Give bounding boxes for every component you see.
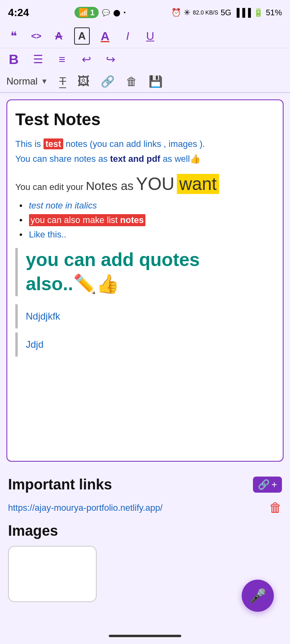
quote-block: you can add quotes also..✏️👍 <box>15 248 275 296</box>
links-section-header: Important links 🔗 + <box>0 468 290 497</box>
note-intro-line1: This is test notes (you can add links , … <box>15 137 275 151</box>
note-title[interactable]: Test Notes <box>15 110 275 129</box>
mixed-size-line: You can edit your Notes as YOU want <box>15 174 275 194</box>
mixed-large: YOU <box>136 174 174 194</box>
network-icon: 5G <box>221 8 232 17</box>
underline-button[interactable]: U <box>143 30 157 43</box>
alarm-icon: ⏰ <box>171 8 181 17</box>
add-link-plus: + <box>271 479 277 490</box>
status-bar: 4:24 📶 1 💬 ⬤ • ⏰ ✳ 82.0 KB/S 5G ▐▐▐ 🔋 51… <box>0 0 290 24</box>
dot2-icon: • <box>124 9 126 16</box>
link-url-1[interactable]: https://ajay-mourya-portfolio.netlify.ap… <box>8 503 163 513</box>
bluetooth-icon: ✳ <box>184 8 191 17</box>
bullet-list: test note in italics you can also make l… <box>15 200 275 240</box>
links-section-actions: 🔗 + <box>253 477 282 493</box>
bullet-text-3: Like this.. <box>29 229 66 240</box>
status-center: 📶 1 💬 ⬤ • <box>75 7 126 18</box>
dot-icon: ⬤ <box>113 9 120 17</box>
home-indicator <box>109 635 181 637</box>
share-button[interactable]: 🔗 <box>101 75 115 88</box>
list-item-2: you can also make list notes <box>19 214 275 226</box>
link-item-1: https://ajay-mourya-portfolio.netlify.ap… <box>0 497 290 518</box>
intro-suffix: notes (you can add links , images ). <box>63 139 205 149</box>
links-section-title: Important links <box>8 476 112 493</box>
sub-quote-1: Ndjdjkfk <box>15 304 275 328</box>
list-item-1: test note in italics <box>19 200 275 211</box>
mixed-small: You can edit your <box>15 182 83 192</box>
intro2-bold: text and pdf <box>110 154 160 164</box>
note-editor[interactable]: Test Notes This is test notes (you can a… <box>6 99 284 462</box>
status-time: 4:24 <box>8 6 29 19</box>
battery-icon: 🔋 <box>253 8 263 17</box>
sub-quote-text-1: Ndjdjkfk <box>26 311 275 322</box>
undo-button[interactable]: ↩ <box>79 53 93 66</box>
save-button[interactable]: 💾 <box>149 75 163 88</box>
image-insert-button[interactable]: 🖼 <box>77 74 89 88</box>
intro2-suffix: as well👍 <box>160 154 201 164</box>
bottom-bar <box>0 628 290 644</box>
delete-link-button[interactable]: 🗑 <box>269 500 282 515</box>
mixed-medium: Notes as <box>86 179 133 193</box>
signal-badge: 📶 1 <box>75 7 99 18</box>
image-placeholder-wrapper <box>8 546 282 602</box>
dropdown-arrow-icon: ▼ <box>41 77 48 86</box>
italic-button[interactable]: I <box>120 30 135 43</box>
battery-percent: 51% <box>266 8 282 17</box>
bullet-highlight-2: notes <box>120 215 144 225</box>
toolbar-row-1: ❝ <> A A A I U <box>0 24 290 48</box>
intro-prefix: This is <box>15 139 44 149</box>
quote-text: you can add quotes also..✏️👍 <box>26 248 275 296</box>
intro2-prefix: You can share notes as <box>15 154 110 164</box>
add-link-button[interactable]: 🔗 + <box>253 477 282 493</box>
signal-bars-icon: ▐▐▐ <box>234 8 251 17</box>
images-section-title: Images <box>8 522 282 539</box>
signal-number: 1 <box>90 8 95 17</box>
wifi-icon: 📶 <box>79 8 89 17</box>
format-dropdown[interactable]: Normal ▼ <box>6 76 48 87</box>
data-speed: 82.0 KB/S <box>193 9 218 16</box>
delete-note-button[interactable]: 🗑 <box>126 75 137 88</box>
sub-quote-text-2: Jdjd <box>26 339 275 350</box>
font-button[interactable]: A <box>74 27 90 45</box>
toolbar-row-2: B ☰ ≡ ↩ ↪ <box>0 48 290 70</box>
strikeout-format-button[interactable]: T <box>59 75 66 88</box>
color-button[interactable]: A <box>98 29 112 43</box>
bullet-prefix-2: you can also make list <box>31 215 120 225</box>
whatsapp-icon: 💬 <box>102 9 110 17</box>
list-button[interactable]: ☰ <box>31 53 45 66</box>
mic-icon: 🎤 <box>249 588 266 604</box>
format-label: Normal <box>6 76 37 87</box>
code-button[interactable]: <> <box>29 31 44 41</box>
note-intro-line2: You can share notes as text and pdf as w… <box>15 154 275 164</box>
add-link-icon: 🔗 <box>258 479 270 490</box>
mic-fab-button[interactable]: 🎤 <box>242 580 274 612</box>
sub-quote-2: Jdjd <box>15 332 275 357</box>
mixed-highlight: want <box>177 174 219 194</box>
bullet-text-1: test note in italics <box>29 200 97 211</box>
strikethrough-button[interactable]: A <box>52 30 66 42</box>
list-item-3: Like this.. <box>19 229 275 240</box>
format-bar: Normal ▼ T 🖼 🔗 🗑 💾 <box>0 70 290 93</box>
status-right: ⏰ ✳ 82.0 KB/S 5G ▐▐▐ 🔋 51% <box>171 8 282 17</box>
quote-button[interactable]: ❝ <box>6 29 21 43</box>
intro-highlight: test <box>44 138 63 149</box>
redo-button[interactable]: ↪ <box>103 53 118 66</box>
align-button[interactable]: ≡ <box>55 53 69 66</box>
bold-button[interactable]: B <box>6 52 21 67</box>
bullet-text-2: you can also make list notes <box>29 214 145 226</box>
image-placeholder[interactable] <box>8 546 97 602</box>
